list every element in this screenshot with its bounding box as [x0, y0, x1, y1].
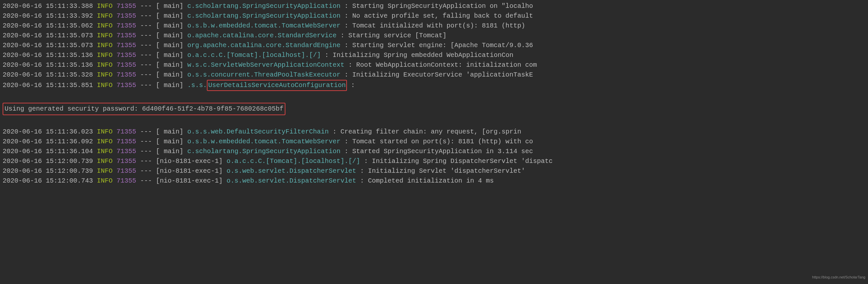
log-level: INFO	[97, 22, 113, 29]
pid: 71355	[117, 71, 136, 78]
colon: :	[348, 61, 352, 69]
message: Tomcat initialized with port(s): 8181 (h…	[352, 22, 525, 29]
colon: :	[364, 157, 368, 165]
log-line: 2020-06-16 15:11:35.062 INFO 71355 --- […	[3, 21, 865, 31]
timestamp: 2020-06-16 15:11:35.136	[3, 61, 93, 69]
colon: :	[344, 12, 348, 20]
log-line: 2020-06-16 15:12:00.739 INFO 71355 --- […	[3, 156, 865, 166]
log-line: 2020-06-16 15:12:00.743 INFO 71355 --- […	[3, 176, 865, 186]
timestamp: 2020-06-16 15:12:00.739	[3, 167, 93, 175]
log-level: INFO	[97, 148, 113, 155]
logger: c.scholartang.SpringSecurityApplication	[187, 12, 344, 20]
log-line: 2020-06-16 15:11:35.851 INFO 71355 --- […	[3, 80, 865, 91]
log-line: 2020-06-16 15:11:36.023 INFO 71355 --- […	[3, 127, 865, 137]
log-level: INFO	[97, 167, 113, 175]
logger: o.s.s.web.DefaultSecurityFilterChain	[187, 128, 333, 135]
separator: ---	[140, 61, 152, 69]
message: No active profile set, falling back to d…	[352, 12, 533, 20]
logger: o.s.web.servlet.DispatcherServlet	[226, 177, 360, 185]
message: Initializing Spring embedded WebApplicat…	[333, 51, 513, 59]
separator: ---	[140, 157, 152, 165]
logger: o.a.c.c.C.[Tomcat].[localhost].[/]	[187, 51, 325, 59]
logger: o.s.web.servlet.DispatcherServlet	[226, 167, 360, 175]
log-line: 2020-06-16 15:12:00.739 INFO 71355 --- […	[3, 166, 865, 176]
log-level: INFO	[97, 71, 113, 78]
log-line: 2020-06-16 15:11:33.388 INFO 71355 --- […	[3, 1, 865, 11]
separator: ---	[140, 12, 152, 20]
timestamp: 2020-06-16 15:11:35.136	[3, 51, 93, 59]
timestamp: 2020-06-16 15:11:35.073	[3, 32, 93, 39]
message: Starting Servlet engine: [Apache Tomcat/…	[352, 41, 533, 49]
logger: c.scholartang.SpringSecurityApplication	[187, 2, 344, 10]
thread: [ main]	[156, 32, 183, 39]
message: Tomcat started on port(s): 8181 (http) w…	[352, 138, 533, 145]
separator: ---	[140, 71, 152, 78]
colon: :	[333, 128, 337, 135]
separator: ---	[140, 148, 152, 155]
thread: [nio-8181-exec-1]	[156, 177, 223, 185]
log-output: 2020-06-16 15:11:33.388 INFO 71355 --- […	[3, 1, 865, 186]
message: Starting service [Tomcat]	[348, 32, 446, 39]
pid: 71355	[117, 41, 136, 49]
timestamp: 2020-06-16 15:12:00.739	[3, 157, 93, 165]
colon: :	[344, 71, 348, 78]
log-level: INFO	[97, 157, 113, 165]
message: Initializing ExecutorService 'applicatio…	[352, 71, 533, 78]
thread: [ main]	[156, 82, 183, 89]
timestamp: 2020-06-16 15:12:00.743	[3, 177, 93, 185]
thread: [nio-8181-exec-1]	[156, 157, 223, 165]
message: Initializing Servlet 'dispatcherServlet'	[368, 167, 525, 175]
thread: [ main]	[156, 22, 183, 29]
log-line: 2020-06-16 15:11:33.392 INFO 71355 --- […	[3, 11, 865, 21]
pid: 71355	[117, 138, 136, 145]
log-line: 2020-06-16 15:11:35.136 INFO 71355 --- […	[3, 60, 865, 70]
generated-password-line: Using generated security password: 6d400…	[3, 101, 865, 117]
thread: [ main]	[156, 138, 183, 145]
colon: :	[344, 2, 348, 10]
thread: [ main]	[156, 148, 183, 155]
logger: o.a.c.c.C.[Tomcat].[localhost].[/]	[226, 157, 364, 165]
separator: ---	[140, 167, 152, 175]
colon: :	[325, 51, 329, 59]
timestamp: 2020-06-16 15:11:35.851	[3, 82, 93, 89]
log-level: INFO	[97, 32, 113, 39]
thread: [ main]	[156, 51, 183, 59]
colon: :	[360, 167, 364, 175]
log-line: 2020-06-16 15:11:35.136 INFO 71355 --- […	[3, 51, 865, 60]
pid: 71355	[117, 22, 136, 29]
log-level: INFO	[97, 51, 113, 59]
log-level: INFO	[97, 12, 113, 20]
thread: [nio-8181-exec-1]	[156, 167, 223, 175]
timestamp: 2020-06-16 15:11:36.092	[3, 138, 93, 145]
colon: :	[340, 32, 344, 39]
message: Initializing Spring DispatcherServlet 'd…	[372, 157, 553, 165]
message: Creating filter chain: any request, [org…	[340, 128, 521, 135]
log-level: INFO	[97, 128, 113, 135]
colon: :	[344, 148, 348, 155]
separator: ---	[140, 177, 152, 185]
message: Starting SpringSecurityApplication on "l…	[352, 2, 533, 10]
pid: 71355	[117, 12, 136, 20]
colon: :	[351, 82, 355, 89]
separator: ---	[140, 51, 152, 59]
logger: .s.s.UserDetailsServiceAutoConfiguration	[187, 82, 347, 89]
pid: 71355	[117, 51, 136, 59]
colon: :	[344, 22, 348, 29]
logger: org.apache.catalina.core.StandardEngine	[187, 41, 344, 49]
logger: w.s.c.ServletWebServerApplicationContext	[187, 61, 344, 69]
thread: [ main]	[156, 128, 183, 135]
log-level: INFO	[97, 177, 113, 185]
log-line: 2020-06-16 15:11:36.092 INFO 71355 --- […	[3, 137, 865, 147]
thread: [ main]	[156, 2, 183, 10]
timestamp: 2020-06-16 15:11:35.073	[3, 41, 93, 49]
separator: ---	[140, 22, 152, 29]
message: Started SpringSecurityApplication in 3.1…	[352, 148, 533, 155]
thread: [ main]	[156, 41, 183, 49]
logger: o.s.b.w.embedded.tomcat.TomcatWebServer	[187, 138, 344, 145]
timestamp: 2020-06-16 15:11:36.023	[3, 128, 93, 135]
pid: 71355	[117, 167, 136, 175]
log-line: 2020-06-16 15:11:36.104 INFO 71355 --- […	[3, 147, 865, 156]
pid: 71355	[117, 157, 136, 165]
message: Root WebApplicationContext: initializati…	[356, 61, 537, 69]
pid: 71355	[117, 148, 136, 155]
